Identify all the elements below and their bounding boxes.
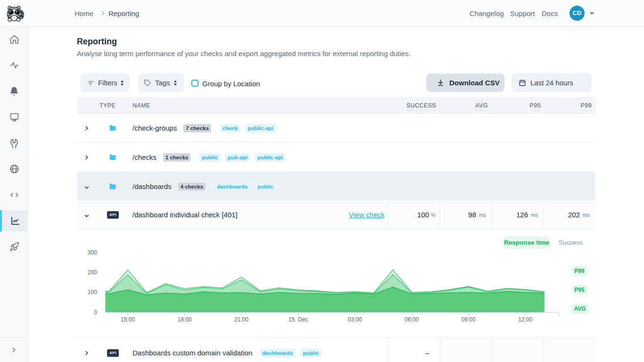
svg-text:15:00: 15:00 [121,316,135,323]
svg-text:09:00: 09:00 [462,316,476,323]
svg-text:12:00: 12:00 [518,316,532,323]
svg-text:300: 300 [88,249,97,256]
svg-text:21:00: 21:00 [234,316,248,323]
svg-text:15. Dec: 15. Dec [289,316,308,323]
svg-text:03:00: 03:00 [348,316,362,323]
svg-text:100: 100 [88,289,97,296]
svg-text:200: 200 [88,269,97,276]
svg-text:18:00: 18:00 [177,316,191,323]
svg-text:06:00: 06:00 [405,316,419,323]
svg-text:0: 0 [94,309,97,316]
